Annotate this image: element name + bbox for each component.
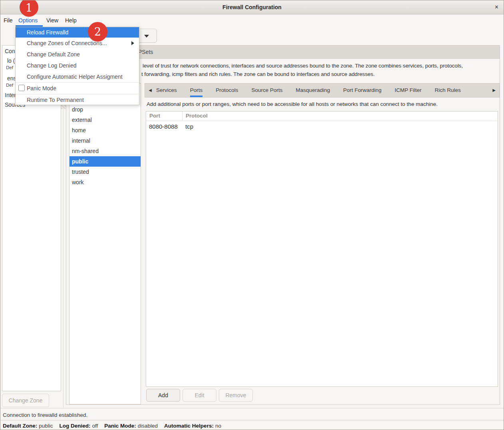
automatic-helpers-label: Automatic Helpers: (164, 423, 214, 429)
ports-actions: Add Edit Remove (146, 389, 253, 402)
tab-port-forwarding[interactable]: Port Forwarding (343, 84, 381, 97)
add-button[interactable]: Add (146, 389, 180, 402)
menu-item-label: Panic Mode (27, 85, 56, 92)
tab-masquerading[interactable]: Masquerading (296, 84, 330, 97)
dropdown-arrow-icon (144, 35, 149, 38)
default-zone-label: Default Zone: (3, 423, 37, 429)
panic-mode-state: Panic Mode:disabled (104, 422, 158, 429)
interface-lo-fragment[interactable]: lo ( (7, 58, 15, 64)
menu-file[interactable]: File (4, 14, 13, 26)
menu-item-configure-automatic-helper-assigment[interactable]: Configure Automatic Helper Assigment (16, 71, 139, 82)
ports-table-header: Port Protocol (146, 111, 498, 121)
tab-scroll-left-icon[interactable]: ◀ (145, 84, 155, 97)
log-denied-value: off (92, 423, 98, 429)
panic-mode-value: disabled (138, 423, 158, 429)
table-row[interactable]: 8080-8088 tcp (146, 121, 498, 132)
step-2-badge: 2 (88, 22, 107, 42)
zone-item-work[interactable]: work (69, 177, 141, 187)
default-zone-fragment: Def (6, 65, 13, 70)
column-header-port[interactable]: Port (146, 111, 183, 121)
tab-ports[interactable]: Ports (190, 84, 203, 97)
default-zone-fragment-2: Def (6, 83, 13, 88)
ports-table: Port Protocol 8080-8088 tcp (146, 111, 498, 387)
zone-item-trusted[interactable]: trusted (69, 167, 141, 177)
tab-ipsets-fragment[interactable]: PSets (138, 46, 153, 59)
menu-item-panic-mode[interactable]: Panic Mode (16, 83, 139, 94)
menu-item-change-log-denied[interactable]: Change Log Denied (16, 60, 139, 71)
automatic-helpers-state: Automatic Helpers:no (164, 422, 221, 429)
log-denied-state: Log Denied:off (60, 422, 98, 429)
panic-mode-label: Panic Mode: (104, 423, 136, 429)
menu-item-reload-firewalld[interactable]: Reload Firewalld (16, 27, 139, 38)
automatic-helpers-value: no (215, 423, 221, 429)
tab-source-ports[interactable]: Source Ports (252, 84, 283, 97)
menu-view[interactable]: View (46, 14, 58, 26)
menu-item-change-default-zone[interactable]: Change Default Zone (16, 49, 139, 60)
titlebar: Firewall Configuration × (0, 0, 504, 14)
interfaces-label-fragment: Inter (5, 92, 16, 98)
zone-item-home[interactable]: home (69, 125, 141, 135)
zone-list: drop external home internal nm-shared pu… (69, 83, 141, 404)
protocol-cell: tcp (183, 123, 193, 130)
menu-help[interactable]: Help (65, 14, 77, 26)
edit-button[interactable]: Edit (183, 389, 216, 402)
close-icon[interactable]: × (492, 0, 501, 14)
zone-item-nm-shared[interactable]: nm-shared (69, 146, 141, 156)
zone-description-line2: t forwarding, icmp filters and rich rule… (141, 71, 375, 77)
submenu-arrow-icon (131, 41, 134, 45)
zone-item-internal[interactable]: internal (69, 135, 141, 146)
tab-protocols[interactable]: Protocols (216, 84, 238, 97)
firewall-config-window: Firewall Configuration × File Options Vi… (0, 0, 504, 430)
firewall-state-bar: Default Zone:public Log Denied:off Panic… (0, 420, 504, 430)
ports-description: Add additional ports or port ranges, whi… (147, 101, 438, 107)
column-header-protocol[interactable]: Protocol (183, 111, 208, 121)
statusbar-divider (0, 408, 504, 408)
remove-button[interactable]: Remove (219, 389, 253, 402)
change-zone-button[interactable]: Change Zone (2, 394, 49, 407)
menu-item-change-zones-of-connections[interactable]: Change Zones of Connections... (16, 38, 139, 49)
default-zone-state: Default Zone:public (3, 422, 53, 429)
connections-label-fragment: Con (5, 48, 15, 54)
zone-settings-tabs: Services Ports Protocols Source Ports Ma… (156, 84, 461, 97)
menu-item-runtime-to-permanent[interactable]: Runtime To Permanent (16, 94, 139, 106)
tab-services[interactable]: Services (156, 84, 177, 97)
default-zone-value: public (39, 423, 53, 429)
tab-scroll-right-icon[interactable]: ▶ (489, 84, 499, 97)
zone-description-line1: level of trust for network connections, … (143, 63, 463, 69)
tab-icmp-filter[interactable]: ICMP Filter (395, 84, 421, 97)
status-message: Connection to firewalld established. (3, 410, 87, 420)
options-menu: Reload Firewalld Change Zones of Connect… (15, 27, 139, 105)
zone-settings-tab-strip: ◀ Services Ports Protocols Source Ports … (145, 83, 500, 98)
log-denied-label: Log Denied: (60, 423, 91, 429)
zone-item-external[interactable]: external (69, 115, 141, 125)
window-title: Firewall Configuration (0, 0, 504, 14)
zone-item-public-selected[interactable]: public (69, 156, 141, 167)
tab-rich-rules[interactable]: Rich Rules (435, 84, 460, 97)
menubar: File Options View Help (0, 14, 504, 27)
panic-mode-checkbox[interactable] (18, 85, 25, 91)
zone-item-drop[interactable]: drop (69, 104, 141, 115)
port-cell: 8080-8088 (146, 123, 183, 130)
